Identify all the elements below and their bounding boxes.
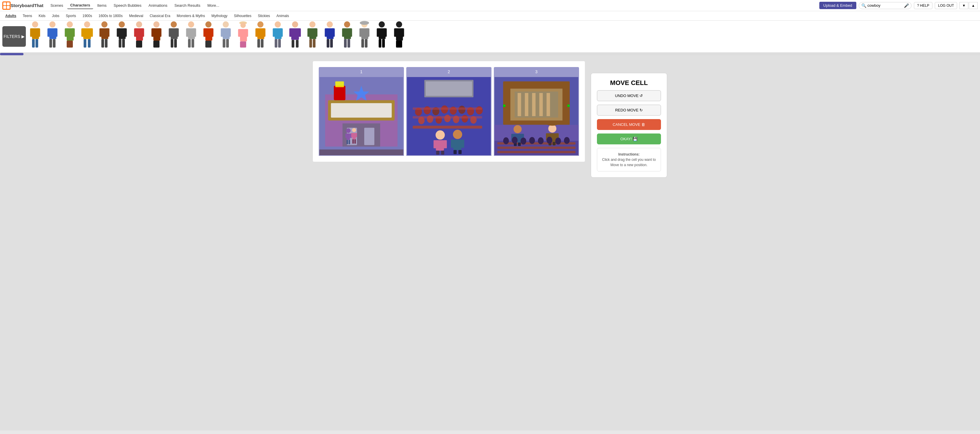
svg-rect-204 <box>497 151 576 153</box>
svg-point-205 <box>514 125 522 134</box>
svg-point-224 <box>546 137 552 144</box>
logout-button[interactable]: LOG OUT <box>935 2 957 9</box>
svg-rect-175 <box>413 116 482 118</box>
char-16[interactable] <box>287 23 303 50</box>
redo-move-button[interactable]: REDO MOVE ↻ <box>597 105 661 116</box>
svg-point-176 <box>436 130 445 140</box>
char-1[interactable] <box>27 23 43 50</box>
svg-rect-19 <box>65 29 68 37</box>
svg-point-74 <box>240 22 246 28</box>
character-scrollbar[interactable] <box>0 53 980 55</box>
svg-rect-26 <box>84 39 86 48</box>
char-21[interactable] <box>374 23 390 50</box>
svg-rect-108 <box>330 39 333 48</box>
okay-button[interactable]: OKAY! 💾 <box>597 134 661 144</box>
cat-teens[interactable]: Teens <box>20 13 35 19</box>
upload-embed-button[interactable]: Upload & Embed <box>819 2 856 9</box>
cat-classical-era[interactable]: Classical Era <box>147 13 173 19</box>
cat-stickies[interactable]: Stickies <box>255 13 273 19</box>
char-5[interactable] <box>96 23 113 50</box>
undo-move-button[interactable]: UNDO MOVE ↺ <box>597 90 661 101</box>
svg-rect-81 <box>255 29 258 37</box>
svg-rect-2 <box>7 2 10 5</box>
svg-rect-148 <box>349 140 350 144</box>
nav-search-results[interactable]: Search Results <box>172 2 203 9</box>
svg-rect-147 <box>347 140 348 144</box>
filters-button[interactable]: FILTERS ▶ <box>2 26 26 47</box>
char-15[interactable] <box>270 23 286 50</box>
cancel-move-button[interactable]: CANCEL MOVE 🗑 <box>597 119 661 130</box>
cat-silhouettes[interactable]: Silhouettes <box>231 13 254 19</box>
char-3[interactable] <box>62 23 78 50</box>
char-19[interactable] <box>339 23 355 50</box>
nav-arrows: ▼ ▲ <box>959 2 978 9</box>
char-10[interactable] <box>183 23 199 50</box>
cell-1[interactable]: 1 <box>319 67 404 156</box>
cat-kids[interactable]: Kids <box>35 13 48 19</box>
char-17[interactable] <box>304 23 320 50</box>
svg-rect-107 <box>327 39 329 48</box>
svg-rect-154 <box>354 139 356 144</box>
char-22[interactable] <box>391 23 407 50</box>
svg-rect-48 <box>158 29 161 37</box>
char-14[interactable] <box>252 23 269 50</box>
char-9[interactable] <box>166 23 182 50</box>
arrow-up-button[interactable]: ▲ <box>969 2 978 9</box>
char-11[interactable] <box>200 23 216 50</box>
char-20[interactable] <box>356 23 372 50</box>
svg-rect-36 <box>117 29 119 37</box>
svg-rect-183 <box>453 140 461 150</box>
svg-rect-121 <box>365 39 368 48</box>
help-button[interactable]: ? HELP <box>914 2 932 9</box>
scrollbar-thumb[interactable] <box>0 53 24 55</box>
svg-rect-145 <box>345 134 347 138</box>
char-2[interactable] <box>45 23 60 50</box>
char-12[interactable] <box>218 23 234 50</box>
svg-rect-130 <box>394 29 397 37</box>
cat-sports[interactable]: Sports <box>63 13 79 19</box>
svg-rect-202 <box>497 142 576 145</box>
svg-point-97 <box>309 21 315 28</box>
svg-rect-66 <box>205 41 212 48</box>
arrow-down-button[interactable]: ▼ <box>959 2 968 9</box>
char-6[interactable] <box>114 23 130 50</box>
svg-rect-138 <box>334 86 345 100</box>
mic-icon[interactable]: 🎤 <box>904 3 909 8</box>
svg-rect-120 <box>361 39 364 48</box>
nav-more[interactable]: More... <box>204 2 222 9</box>
search-input[interactable] <box>867 3 903 8</box>
char-13[interactable] <box>235 23 251 50</box>
cat-mythology[interactable]: Mythology <box>208 13 231 19</box>
svg-point-220 <box>512 137 518 144</box>
nav-characters[interactable]: Characters <box>67 2 93 9</box>
nav-items[interactable]: Items <box>94 2 110 9</box>
svg-rect-77 <box>245 29 248 37</box>
cell-2[interactable]: 2 <box>406 67 492 156</box>
char-18[interactable] <box>322 23 338 50</box>
cat-medieval[interactable]: Medieval <box>126 13 146 19</box>
svg-point-170 <box>444 115 451 122</box>
char-7[interactable] <box>131 23 147 50</box>
cat-animals[interactable]: Animals <box>274 13 292 19</box>
cat-adults[interactable]: Adults <box>2 13 19 19</box>
char-4[interactable] <box>79 23 95 50</box>
svg-rect-187 <box>458 150 462 154</box>
svg-rect-95 <box>292 40 294 48</box>
char-8[interactable] <box>148 23 164 50</box>
svg-rect-194 <box>525 93 528 116</box>
cat-1900s[interactable]: 1900s <box>80 13 95 19</box>
svg-rect-65 <box>210 29 213 37</box>
svg-rect-61 <box>191 39 194 48</box>
logo[interactable]: StoryboardThat <box>2 2 43 10</box>
cat-monsters-myths[interactable]: Monsters & Myths <box>174 13 208 19</box>
svg-point-225 <box>555 137 561 145</box>
nav-speech-bubbles[interactable]: Speech Bubbles <box>111 2 145 9</box>
cat-1600s-1800s[interactable]: 1600s to 1800s <box>95 13 126 19</box>
cell-3[interactable]: 3 <box>494 67 579 156</box>
search-bar: 🔍 🎤 <box>859 2 912 9</box>
nav-scenes[interactable]: Scenes <box>48 2 66 9</box>
cat-jobs[interactable]: Jobs <box>49 13 62 19</box>
svg-point-219 <box>503 137 509 144</box>
nav-animations[interactable]: Animations <box>145 2 170 9</box>
svg-rect-179 <box>443 140 447 148</box>
